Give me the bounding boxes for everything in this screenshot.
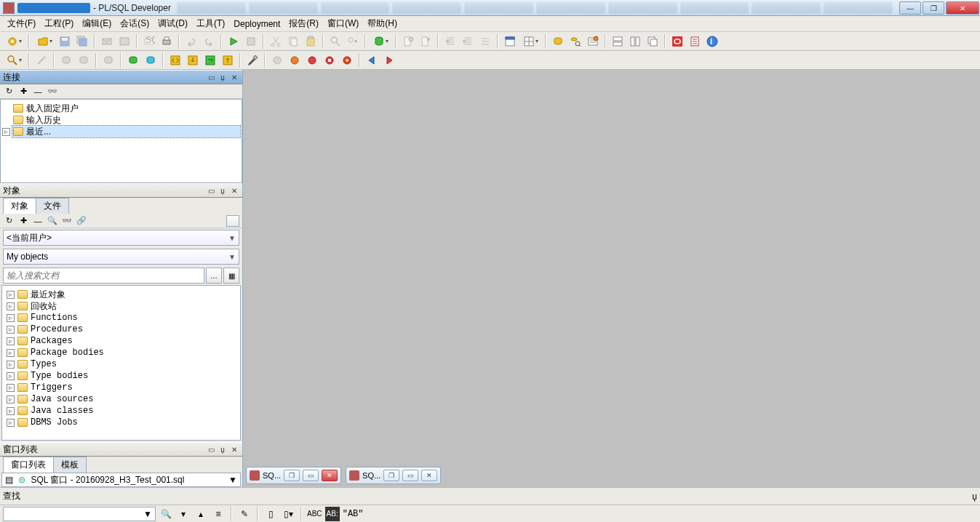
expand-icon[interactable]: ▹ — [7, 395, 15, 403]
link-icon[interactable]: 🔗 — [76, 215, 87, 227]
zoom-button[interactable] — [3, 52, 25, 68]
menu-tools[interactable]: 工具(T) — [192, 16, 229, 31]
cascade-button[interactable] — [645, 33, 661, 49]
mdi-task[interactable]: SQ... ❐ ▭ ✕ — [246, 467, 341, 484]
menu-deployment[interactable]: Deployment — [229, 17, 284, 31]
panel-close-icon[interactable]: ✕ — [229, 185, 239, 196]
find-icon[interactable]: 🔍 — [47, 215, 58, 227]
save-all-button[interactable] — [74, 33, 90, 49]
object-tree-item[interactable]: ▹Type bodies — [14, 370, 239, 382]
panel-pin-icon[interactable]: џ — [218, 444, 228, 454]
panel-dropdown-icon[interactable]: ▭ — [206, 444, 216, 454]
expand-icon[interactable]: ▹ — [7, 314, 15, 322]
task-restore-button[interactable]: ❐ — [383, 470, 399, 481]
tab-files[interactable]: 文件 — [36, 198, 69, 214]
maximize-button[interactable]: ❐ — [923, 1, 944, 15]
commit-button[interactable] — [125, 52, 141, 68]
outdent-button[interactable] — [460, 33, 476, 49]
db-action1-button[interactable] — [58, 52, 74, 68]
window-list-button[interactable] — [502, 33, 518, 49]
nav-back-button[interactable] — [364, 52, 380, 68]
edit-icon[interactable]: ✎ — [237, 507, 252, 521]
expand-icon[interactable]: ▹ — [7, 384, 15, 392]
find-down-icon[interactable]: ▾ — [176, 507, 191, 521]
task-close-button[interactable]: ✕ — [322, 470, 338, 481]
find-button[interactable] — [327, 33, 343, 49]
find-next-button[interactable] — [345, 33, 361, 49]
email-button[interactable] — [99, 33, 115, 49]
windowlist-item[interactable]: ▤ ⊜ SQL 窗口 - 20160928_H3_Test_001.sql ▼ — [1, 473, 241, 487]
step-out-button[interactable] — [220, 52, 236, 68]
object-tree-item[interactable]: ▹回收站 — [14, 300, 239, 312]
clear-bookmark-button[interactable] — [418, 33, 434, 49]
rollback-button[interactable] — [143, 52, 159, 68]
beautify-button[interactable] — [33, 52, 49, 68]
object-tree-item[interactable]: ▹DBMS Jobs — [14, 417, 239, 428]
menu-report[interactable]: 报告(R) — [284, 16, 323, 31]
copy-button[interactable] — [285, 33, 301, 49]
link-icon[interactable]: 👓 — [47, 86, 58, 97]
menu-help[interactable]: 帮助(H) — [363, 16, 402, 31]
object-tree-item[interactable]: ▹Triggers — [14, 382, 239, 393]
find-up-icon[interactable]: ▴ — [194, 507, 208, 521]
objects-button[interactable] — [550, 33, 566, 49]
add-icon[interactable]: ✚ — [17, 86, 29, 97]
tab-objects[interactable]: 对象 — [3, 198, 36, 214]
bp4-button[interactable] — [322, 52, 338, 68]
redo-button[interactable] — [201, 33, 217, 49]
step-into-button[interactable] — [185, 52, 201, 68]
bp1-button[interactable] — [269, 52, 285, 68]
menu-debug[interactable]: 调试(D) — [154, 16, 192, 31]
bp5-button[interactable] — [339, 52, 355, 68]
minimize-button[interactable]: — — [899, 1, 921, 15]
expand-icon[interactable]: ▹ — [7, 337, 15, 345]
conn-tree-item[interactable]: ▹ 最近... — [12, 126, 240, 137]
menu-window[interactable]: 窗口(W) — [323, 16, 363, 31]
task-max-button[interactable]: ▭ — [303, 470, 319, 481]
page-icon[interactable]: ▯ — [263, 507, 278, 521]
compile-button[interactable] — [585, 33, 601, 49]
scope-combo[interactable]: <当前用户>▼ — [3, 230, 239, 246]
tile-horiz-button[interactable] — [610, 33, 626, 49]
oracle-button[interactable] — [669, 33, 685, 49]
bp3-button[interactable] — [304, 52, 320, 68]
conn-tree-item[interactable]: 载入固定用户 — [12, 103, 240, 114]
panel-dropdown-icon[interactable]: ▭ — [206, 72, 216, 82]
refresh-icon[interactable]: ↻ — [3, 215, 15, 227]
new-button[interactable] — [3, 33, 25, 49]
panel-pin-icon[interactable]: џ — [218, 72, 228, 82]
chevron-down-icon[interactable]: ▼ — [228, 475, 237, 485]
objects-panel-header[interactable]: 对象 ▭ џ ✕ — [0, 183, 242, 198]
expand-icon[interactable]: ▹ — [7, 361, 15, 369]
list-dd-icon[interactable]: ▯▾ — [281, 507, 295, 521]
expand-icon[interactable]: ▹ — [7, 407, 15, 415]
stop-button[interactable] — [243, 33, 259, 49]
open-button[interactable] — [33, 33, 55, 49]
expand-icon[interactable]: ▹ — [7, 419, 15, 427]
help-button[interactable]: i — [704, 33, 720, 49]
group-combo[interactable]: My objects▼ — [3, 249, 239, 265]
add-icon[interactable]: ✚ — [17, 215, 29, 227]
remove-icon[interactable]: — — [32, 215, 44, 227]
db-nav-button[interactable] — [370, 33, 391, 49]
object-tree-item[interactable]: ▹Functions — [14, 312, 239, 324]
save-button[interactable] — [57, 33, 73, 49]
obj-box-button[interactable] — [226, 215, 239, 227]
find-db-button[interactable] — [567, 33, 583, 49]
execute-button[interactable] — [226, 33, 242, 49]
mdi-task[interactable]: SQ... ❐ ▭ ✕ — [346, 467, 441, 484]
close-button[interactable]: ✕ — [946, 1, 979, 15]
task-restore-button[interactable]: ❐ — [284, 470, 300, 481]
nav-fwd-button[interactable] — [381, 52, 397, 68]
menu-edit[interactable]: 编辑(E) — [78, 16, 116, 31]
object-tree-item[interactable]: ▹Types — [14, 358, 239, 370]
bp2-button[interactable] — [287, 52, 303, 68]
search-more-button[interactable]: … — [206, 268, 222, 284]
object-tree-item[interactable]: ▹Java sources — [14, 393, 239, 405]
menu-session[interactable]: 会话(S) — [116, 16, 154, 31]
db-action2-button[interactable] — [76, 52, 92, 68]
object-tree-item[interactable]: ▹最近对象 — [14, 289, 239, 300]
object-tree-item[interactable]: ▹Java classes — [14, 405, 239, 417]
object-tree-item[interactable]: ▹Package bodies — [14, 347, 239, 358]
panel-close-icon[interactable]: ✕ — [229, 72, 239, 82]
